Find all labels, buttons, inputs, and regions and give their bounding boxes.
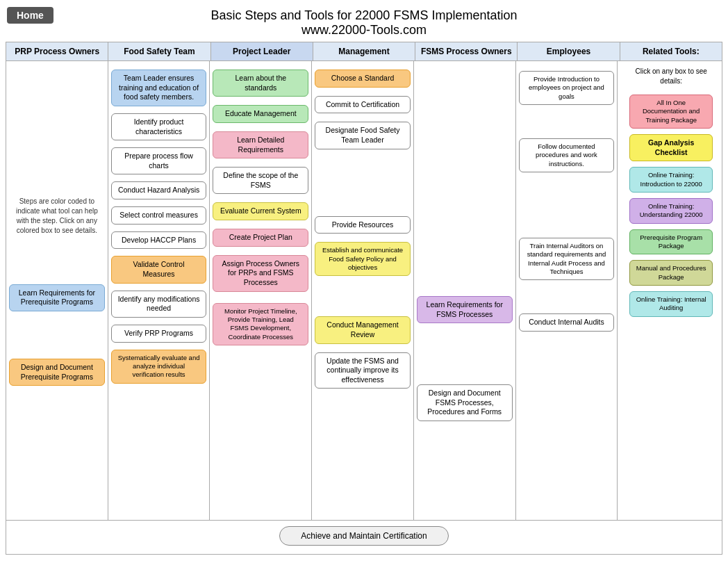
box-provide-resources[interactable]: Provide Resources [315,216,411,234]
box-provide-introduction[interactable]: Provide Introduction to employees on pro… [519,71,615,105]
box-conduct-hazard-analysis[interactable]: Conduct Hazard Analysis [111,181,207,199]
box-gap-analysis[interactable]: Gap Analysis Checklist [629,134,713,161]
col-header-fsms: FSMS Process Owners [415,42,518,60]
box-train-internal-auditors[interactable]: Train Internal Auditors on standard requ… [519,238,615,280]
box-design-prp[interactable]: Design and Document Prerequisite Program… [9,359,105,386]
col-header-pl: Project Leader [211,42,313,60]
col-header-fst: Food Safety Team [108,42,210,60]
box-conduct-internal-audits[interactable]: Conduct Internal Audits [519,313,615,332]
col-header-tools: Related Tools: [620,42,722,60]
home-button[interactable]: Home [7,7,53,24]
box-establish-policy[interactable]: Establish and communicate Food Safety Po… [315,242,411,276]
box-conduct-management-review[interactable]: Conduct Management Review [315,316,411,343]
box-online-training-auditing[interactable]: Online Training: Internal Auditing [629,291,713,317]
cert-box[interactable]: Achieve and Maintain Certification [279,526,448,546]
box-design-fsms-processes[interactable]: Design and Document FSMS Processes, Proc… [417,384,513,421]
box-create-project-plan[interactable]: Create Project Plan [213,229,308,247]
col-fsms: Learn Requirements for FSMS Processes De… [414,61,516,520]
box-monitor-project-timeline[interactable]: Monitor Project Timeline, Provide Traini… [213,303,308,345]
content-row: Steps are color coded to indicate what t… [6,61,722,520]
cert-row: Achieve and Maintain Certification [6,520,722,554]
box-educate-management[interactable]: Educate Management [213,105,308,123]
box-process-flow-charts[interactable]: Prepare process flow charts [111,147,207,174]
box-learn-detailed-requirements[interactable]: Learn Detailed Requirements [213,131,308,158]
box-update-fsms[interactable]: Update the FSMS and continually improve … [315,352,411,389]
box-identify-modifications[interactable]: Identify any modifications needed [111,291,207,318]
box-develop-haccp-plans[interactable]: Develop HACCP Plans [111,231,207,250]
box-designate-team-leader[interactable]: Designate Food Safety Team Leader [315,122,411,149]
col-tools: Click on any box to see details: All In … [618,61,722,520]
box-systematically-evaluate[interactable]: Systematically evaluate and analyze indi… [111,350,207,384]
box-prereq-program-package[interactable]: Prerequisite Program Package [629,229,713,255]
box-define-scope[interactable]: Define the scope of the FSMS [213,167,308,194]
box-choose-standard[interactable]: Choose a Standard [315,70,411,88]
box-online-training-intro[interactable]: Online Training: Introduction to 22000 [629,167,713,193]
tools-note: Click on any box to see details: [623,67,719,86]
page-title: Basic Steps and Tools for 22000 FSMS Imp… [0,0,728,42]
prp-note: Steps are color coded to indicate what t… [9,193,105,240]
col-header-mgmt: Management [313,42,415,60]
box-select-control-measures[interactable]: Select control measures [111,206,207,225]
col-header-emp: Employees [518,42,620,60]
box-learn-prp-requirements[interactable]: Learn Requirements for Prerequisite Prog… [9,284,105,311]
diagram-wrapper: PRP Process Owners Food Safety Team Proj… [6,42,722,555]
col-prp: Steps are color coded to indicate what t… [6,61,108,520]
col-fst: Team Leader ensures training and educati… [108,61,210,520]
col-pl: Learn about the standards Educate Manage… [210,61,312,520]
box-follow-procedures[interactable]: Follow documented procedures and work in… [519,138,615,172]
box-online-training-understanding[interactable]: Online Training: Understanding 22000 [629,198,713,224]
box-assign-process-owners[interactable]: Assign Process Owners for PRPs and FSMS … [213,255,308,292]
box-identify-product[interactable]: Identify product characteristics [111,113,207,140]
box-learn-standards[interactable]: Learn about the standards [213,70,308,97]
box-commit-certification[interactable]: Commit to Certification [315,96,411,114]
box-learn-fsms-requirements[interactable]: Learn Requirements for FSMS Processes [417,296,513,323]
box-manual-procedures[interactable]: Manual and Procedures Package [629,260,713,286]
box-evaluate-current-system[interactable]: Evaluate Current System [213,202,308,220]
column-headers: PRP Process Owners Food Safety Team Proj… [6,42,722,61]
box-verify-prp-programs[interactable]: Verify PRP Programs [111,325,207,343]
col-mgmt: Choose a Standard Commit to Certificatio… [312,61,414,520]
box-all-in-one-package[interactable]: All In One Documentation and Training Pa… [629,95,713,129]
col-emp: Provide Introduction to employees on pro… [516,61,618,520]
box-validate-control-measures[interactable]: Validate Control Measures [111,256,207,283]
col-header-prp: PRP Process Owners [6,42,108,60]
box-team-leader-training[interactable]: Team Leader ensures training and educati… [111,70,207,106]
